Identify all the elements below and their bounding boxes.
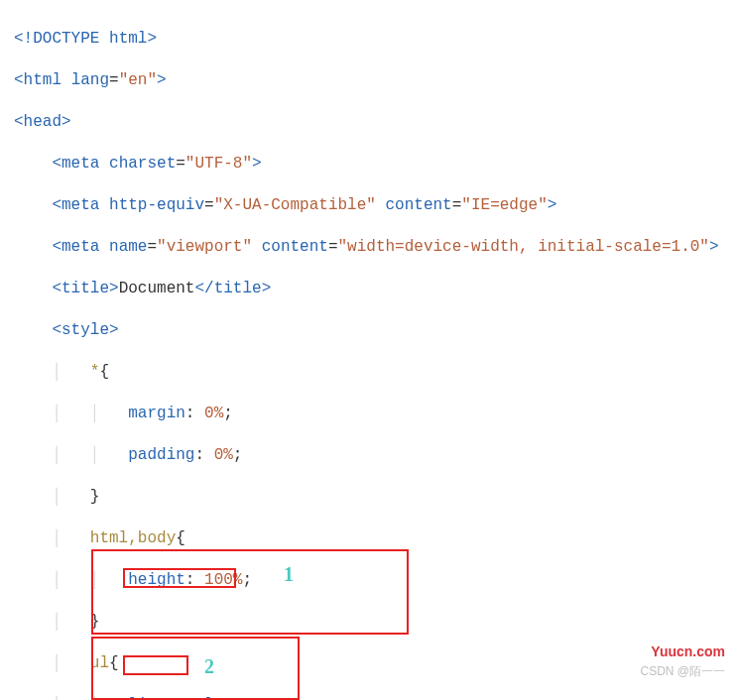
watermark-author: CSDN @陌一一 (640, 661, 725, 682)
annotation-2: 2 (204, 656, 214, 677)
code-line: <meta charset="UTF-8"> (14, 154, 737, 175)
code-line: <title>Document</title> (14, 279, 737, 299)
code-line: <html lang="en"> (14, 70, 737, 91)
highlight-box-header (91, 549, 409, 635)
code-line: <meta name="viewport" content="width=dev… (14, 237, 737, 258)
watermark-site: Yuucn.com (651, 642, 725, 662)
code-line: │ } (14, 487, 737, 508)
code-line: <style> (14, 320, 737, 341)
code-line: <head> (14, 112, 737, 133)
highlight-box-flex1 (123, 655, 188, 675)
code-line: │ │ margin: 0%; (14, 404, 737, 424)
highlight-box-height (123, 568, 236, 588)
code-line: │ html,body{ (14, 528, 737, 549)
code-line: <!DOCTYPE html> (14, 29, 737, 50)
annotation-1: 1 (284, 564, 294, 585)
code-line: │ │ padding: 0%; (14, 445, 737, 466)
code-line: <meta http-equiv="X-UA-Compatible" conte… (14, 195, 737, 216)
code-line: │ *{ (14, 362, 737, 383)
